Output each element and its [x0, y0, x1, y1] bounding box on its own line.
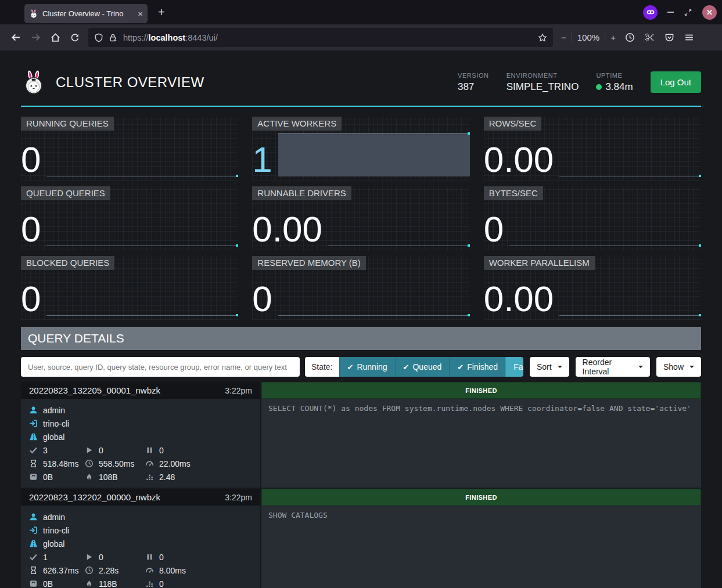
cpu-time: 558.50ms — [99, 459, 134, 468]
pause-icon — [145, 553, 154, 561]
show-dropdown[interactable]: Show — [656, 357, 701, 377]
hourglass-icon — [29, 459, 38, 468]
cluster-stats-grid: RUNNING QUERIES 0 ACTIVE WORKERS 1 ROWS/… — [21, 117, 701, 320]
gauge-icon — [145, 566, 154, 575]
close-button[interactable]: ✕ — [702, 5, 717, 20]
queued-splits: 0 — [159, 446, 164, 455]
stat-card-worker-parallelism: WORKER PARALLELISM 0.00 — [484, 256, 701, 320]
stat-card-rows-sec: ROWS/SEC 0.00 — [484, 117, 701, 181]
private-browsing-icon — [643, 5, 658, 20]
pocket-button[interactable] — [660, 28, 680, 47]
sparkline — [278, 134, 470, 176]
query-time: 3:22pm — [225, 386, 252, 395]
maximize-button[interactable] — [684, 8, 692, 17]
sparkline — [278, 273, 470, 316]
query-filter-toolbar: State: ✔Running ✔Queued ✔Finished Failed… — [21, 357, 701, 377]
fire-icon — [85, 579, 94, 588]
filter-queued-button[interactable]: ✔Queued — [395, 357, 450, 377]
sparkline — [328, 203, 470, 246]
uptime-value: 3.84m — [605, 81, 633, 93]
query-details-header: QUERY DETAILS — [21, 327, 701, 350]
filter-running-button[interactable]: ✔Running — [339, 357, 395, 377]
execution-time: 22.00ms — [159, 459, 191, 468]
running-splits: 0 — [99, 446, 103, 455]
tab-title: Cluster Overview - Trino — [42, 9, 134, 18]
tab-close-icon[interactable]: × — [138, 9, 143, 19]
cumulative-memory: 2.48 — [159, 472, 175, 482]
zoom-level[interactable]: 100% — [577, 33, 599, 42]
logout-button[interactable]: Log Out — [651, 71, 701, 93]
stat-card-active-workers: ACTIVE WORKERS 1 — [252, 117, 469, 181]
query-sql-text: SELECT COUNT(*) as nodes FROM system.run… — [261, 399, 701, 488]
browser-tab[interactable]: Cluster Overview - Trino × — [24, 4, 148, 23]
zoom-in-button[interactable]: + — [610, 33, 616, 42]
query-status-bar: FINISHED — [261, 489, 701, 506]
sparkline — [509, 203, 701, 246]
query-row: 20220823_132205_00001_nwbzk 3:22pm FINIS… — [21, 382, 701, 488]
query-status-bar: FINISHED — [261, 382, 701, 399]
query-id-link[interactable]: 20220823_132202_00000_nwbzk — [29, 492, 160, 502]
home-button[interactable] — [45, 28, 65, 47]
check-icon — [29, 553, 38, 561]
minimize-button[interactable] — [667, 12, 674, 13]
completed-splits: 3 — [43, 446, 48, 455]
search-input[interactable] — [21, 357, 300, 377]
query-source: trino-cli — [43, 526, 69, 535]
query-resource-group: global — [43, 432, 64, 442]
equalizer-icon — [145, 472, 154, 481]
reload-button[interactable] — [65, 28, 85, 47]
sparkline — [559, 134, 701, 176]
stat-card-reserved-memory: RESERVED MEMORY (B) 0 — [252, 256, 469, 320]
history-button[interactable] — [620, 28, 640, 47]
query-resource-group: global — [43, 539, 64, 549]
menu-button[interactable] — [680, 28, 699, 47]
scale-icon — [29, 579, 38, 588]
stat-card-bytes-sec: BYTES/SEC 0 — [484, 186, 701, 250]
current-memory: 0B — [43, 472, 53, 482]
hourglass-icon — [29, 566, 38, 575]
url-text[interactable]: https://localhost:8443/ui/ — [123, 33, 533, 42]
screenshot-button[interactable] — [640, 28, 660, 47]
play-icon — [85, 446, 94, 454]
cumulative-memory: 0 — [159, 579, 164, 588]
stat-card-queued-queries: QUEUED QUERIES 0 — [21, 186, 238, 250]
filter-failed-dropdown[interactable]: Failed — [505, 357, 523, 377]
query-user: admin — [43, 406, 65, 415]
query-source: trino-cli — [43, 419, 69, 428]
zoom-out-button[interactable]: − — [561, 33, 566, 42]
current-memory: 0B — [43, 579, 53, 588]
lock-warning-icon[interactable] — [109, 33, 118, 42]
road-icon — [29, 432, 38, 441]
query-time: 3:22pm — [225, 493, 252, 502]
play-icon — [85, 553, 94, 561]
back-button[interactable] — [6, 28, 26, 47]
uptime-status-dot — [596, 84, 602, 90]
environment-value: SIMPLE_TRINO — [507, 81, 579, 93]
uptime-info: UPTIME 3.84m — [596, 72, 633, 93]
forward-button[interactable] — [26, 28, 45, 47]
sparkline — [46, 203, 238, 246]
fire-icon — [85, 472, 94, 481]
trino-logo-icon — [21, 70, 46, 95]
stat-card-runnable-drivers: RUNNABLE DRIVERS 0.00 — [252, 186, 469, 250]
reorder-interval-dropdown[interactable]: Reorder Interval — [576, 357, 650, 377]
tracking-shield-icon[interactable] — [94, 33, 103, 42]
running-splits: 0 — [99, 553, 103, 562]
cpu-time: 2.28s — [99, 566, 118, 575]
query-user: admin — [43, 513, 65, 522]
sort-dropdown[interactable]: Sort — [530, 357, 569, 377]
url-bar[interactable]: https://localhost:8443/ui/ — [88, 28, 553, 47]
environment-info: ENVIRONMENT SIMPLE_TRINO — [507, 72, 579, 93]
stat-card-running-queries: RUNNING QUERIES 0 — [21, 117, 238, 181]
sparkline — [46, 273, 238, 316]
browser-navbar: https://localhost:8443/ui/ − 100% + — [0, 24, 722, 50]
bookmark-star-icon[interactable] — [538, 33, 547, 42]
sign-in-icon — [29, 526, 38, 535]
new-tab-button[interactable]: + — [158, 6, 165, 19]
query-row: 20220823_132202_00000_nwbzk 3:22pm FINIS… — [21, 489, 701, 588]
query-id-link[interactable]: 20220823_132205_00001_nwbzk — [29, 385, 160, 395]
filter-finished-button[interactable]: ✔Finished — [449, 357, 505, 377]
sparkline — [46, 134, 238, 176]
state-label: State: — [305, 357, 339, 377]
version-value: 387 — [458, 81, 489, 93]
